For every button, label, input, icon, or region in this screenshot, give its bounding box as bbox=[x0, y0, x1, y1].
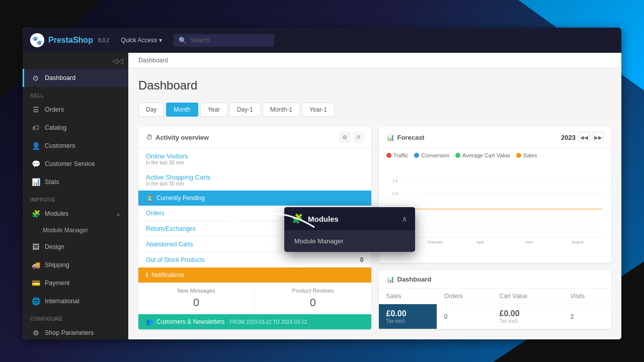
sales-tax: Tax excl. bbox=[386, 318, 429, 324]
activity-overview-header: ⏱ Activity overview ⚙ ↺ bbox=[138, 127, 371, 148]
sales-dot bbox=[516, 153, 521, 158]
dashboard-table-card: 📊 Dashboard Sales Orders bbox=[379, 270, 612, 329]
sidebar-item-design[interactable]: 🖼 Design bbox=[23, 238, 128, 256]
card-actions: ⚙ ↺ bbox=[339, 132, 364, 143]
sidebar-item-label: Shop Parameters bbox=[45, 329, 94, 336]
pending-orders-label[interactable]: Orders bbox=[146, 210, 165, 217]
svg-text:0.5: 0.5 bbox=[392, 192, 397, 196]
traffic-label: Traffic bbox=[393, 152, 409, 158]
active-carts-label[interactable]: Active Shopping Carts bbox=[146, 173, 364, 181]
online-visitors-stat: Online Visitors in the last 30 min bbox=[138, 148, 371, 169]
stats-icon: 📊 bbox=[32, 178, 40, 186]
time-btn-year[interactable]: Year bbox=[200, 103, 227, 117]
content-area: Dashboard Dashboard Day Month Year Day-1… bbox=[128, 53, 621, 339]
shop-params-icon: ⚙ bbox=[32, 329, 40, 337]
sidebar-item-label: Customers bbox=[45, 142, 75, 149]
catalog-icon: 🏷 bbox=[32, 124, 40, 132]
time-btn-year-1[interactable]: Year-1 bbox=[302, 103, 335, 117]
search-icon: 🔍 bbox=[179, 37, 187, 44]
year-nav: 2023 ◀◀ ▶▶ bbox=[561, 132, 604, 143]
sidebar-item-customer-service[interactable]: 💬 Customer Service bbox=[23, 155, 128, 173]
sidebar-item-catalog[interactable]: 🏷 Catalog bbox=[23, 119, 128, 137]
time-btn-day-1[interactable]: Day-1 bbox=[229, 103, 261, 117]
sidebar-item-stats[interactable]: 📊 Stats bbox=[23, 173, 128, 191]
customers-newsletters-header: 👥 Customers & Newsletters FROM 2023-03-2… bbox=[138, 314, 371, 329]
sidebar-collapse[interactable]: ◁◁ bbox=[23, 53, 128, 69]
customers-date-range: FROM 2023-03-22 TO 2023-03-22 bbox=[229, 319, 307, 325]
sidebar-item-label: Dashboard bbox=[45, 74, 75, 81]
sidebar-item-label: Stats bbox=[45, 178, 59, 186]
col-orders: Orders bbox=[437, 289, 492, 304]
pending-carts-label[interactable]: Abandoned Carts bbox=[146, 241, 193, 248]
time-filter-bar: Day Month Year Day-1 Month-1 Year-1 bbox=[138, 103, 611, 117]
settings-button[interactable]: ⚙ bbox=[339, 132, 350, 143]
forecast-year: 2023 bbox=[561, 134, 576, 141]
next-next-year-button[interactable]: ▶▶ bbox=[593, 132, 604, 143]
refresh-button[interactable]: ↺ bbox=[353, 132, 364, 143]
cart-tax: Tax excl. bbox=[500, 318, 555, 324]
sidebar-item-label: Payment bbox=[45, 280, 69, 287]
page-title: Dashboard bbox=[138, 78, 611, 93]
col-sales: Sales bbox=[379, 289, 437, 304]
quick-access-button[interactable]: Quick Access ▾ bbox=[117, 35, 166, 46]
svg-text:1.0: 1.0 bbox=[392, 178, 397, 183]
new-messages-cell: New Messages 0 bbox=[138, 283, 255, 314]
sidebar-item-label: International bbox=[45, 298, 79, 305]
online-visitors-label[interactable]: Online Visitors bbox=[146, 152, 364, 160]
notifications-grid: New Messages 0 Product Reviews 0 bbox=[138, 283, 371, 314]
sidebar-item-dashboard[interactable]: ⊙ Dashboard bbox=[23, 69, 128, 87]
orders-icon: ☰ bbox=[32, 106, 40, 114]
avg-cart-label: Average Cart Value bbox=[462, 152, 510, 158]
pending-row-stock: Out of Stock Products 0 bbox=[138, 252, 371, 267]
sidebar-sub-item-module-manager[interactable]: Module Manager bbox=[23, 223, 128, 238]
table-row: £0.00 Tax excl. 0 £0.00 Tax excl. bbox=[379, 304, 612, 329]
customer-service-icon: 💬 bbox=[32, 160, 40, 168]
sidebar-item-modules[interactable]: 🧩 Modules ▲ bbox=[23, 205, 128, 223]
forecast-header: 📊 Forecast 2023 ◀◀ ▶▶ bbox=[379, 127, 612, 148]
new-messages-value: 0 bbox=[146, 296, 247, 309]
collapse-button[interactable]: ◁◁ bbox=[112, 57, 123, 65]
payment-icon: 💳 bbox=[32, 279, 40, 287]
legend-traffic: Traffic bbox=[386, 152, 409, 158]
legend-sales: Sales bbox=[516, 152, 537, 158]
product-reviews-cell: Product Reviews 0 bbox=[255, 283, 371, 314]
topbar: 🐾 PrestaShop 8.0.2 Quick Access ▾ 🔍 bbox=[23, 28, 621, 53]
svg-text:February: February bbox=[428, 240, 443, 244]
sidebar-item-shop-parameters[interactable]: ⚙ Shop Parameters bbox=[23, 324, 128, 339]
traffic-dot bbox=[386, 153, 391, 158]
configure-section-label: CONFIGURE bbox=[23, 310, 128, 324]
pending-stock-label[interactable]: Out of Stock Products bbox=[146, 256, 205, 263]
svg-text:August: August bbox=[572, 240, 584, 244]
modules-close-button[interactable]: ∧ bbox=[401, 214, 408, 224]
time-btn-month[interactable]: Month bbox=[166, 103, 198, 117]
time-btn-day[interactable]: Day bbox=[138, 103, 164, 117]
activity-icon: ⏱ bbox=[146, 134, 152, 141]
active-carts-sublabel: in the last 30 min bbox=[146, 181, 364, 187]
legend-conversion: Conversion bbox=[414, 152, 449, 158]
search-input[interactable] bbox=[191, 37, 261, 44]
sidebar-item-international[interactable]: 🌐 International bbox=[23, 292, 128, 310]
customers-icon: 👤 bbox=[32, 142, 40, 150]
dashboard-table-title: Dashboard bbox=[397, 276, 432, 283]
sidebar-item-customers[interactable]: 👤 Customers bbox=[23, 137, 128, 155]
col-cart-value: Cart Value bbox=[492, 289, 563, 304]
modules-dropdown-overlay: 🧩 Modules ∧ Module Manager bbox=[284, 207, 415, 252]
chart-svg: 1.0 0.5 0.0 -0.5 -1.0 bbox=[386, 165, 604, 255]
pending-icon: ⏳ bbox=[146, 195, 153, 202]
dashboard-table-header: 📊 Dashboard bbox=[379, 270, 612, 289]
sidebar-item-shipping[interactable]: 🚚 Shipping bbox=[23, 256, 128, 274]
design-icon: 🖼 bbox=[32, 243, 40, 251]
sidebar-item-orders[interactable]: ☰ Orders bbox=[23, 101, 128, 119]
modules-menu-item-manager[interactable]: Module Manager bbox=[284, 230, 415, 252]
modules-dropdown-title: 🧩 Modules bbox=[292, 213, 339, 224]
pending-returns-label[interactable]: Return/Exchanges bbox=[146, 225, 196, 232]
prev-prev-year-button[interactable]: ◀◀ bbox=[579, 132, 590, 143]
dashboard-table-icon: 📊 bbox=[386, 276, 394, 283]
sell-section-label: SELL bbox=[23, 87, 128, 101]
sidebar-item-label: Design bbox=[45, 243, 64, 250]
notif-icon: ℹ bbox=[146, 272, 148, 279]
search-area[interactable]: 🔍 bbox=[174, 34, 274, 47]
time-btn-month-1[interactable]: Month-1 bbox=[263, 103, 300, 117]
sidebar-item-payment[interactable]: 💳 Payment bbox=[23, 274, 128, 292]
sidebar-item-label: Orders bbox=[45, 106, 64, 113]
